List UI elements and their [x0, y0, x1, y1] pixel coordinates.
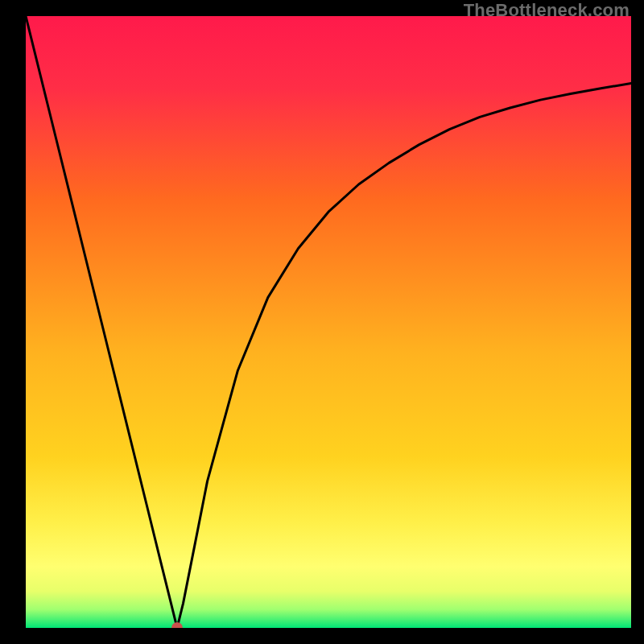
gradient-background [26, 16, 631, 628]
bottleneck-chart [26, 16, 631, 628]
watermark-text: TheBottleneck.com [464, 0, 630, 21]
chart-frame: TheBottleneck.com [0, 0, 644, 644]
